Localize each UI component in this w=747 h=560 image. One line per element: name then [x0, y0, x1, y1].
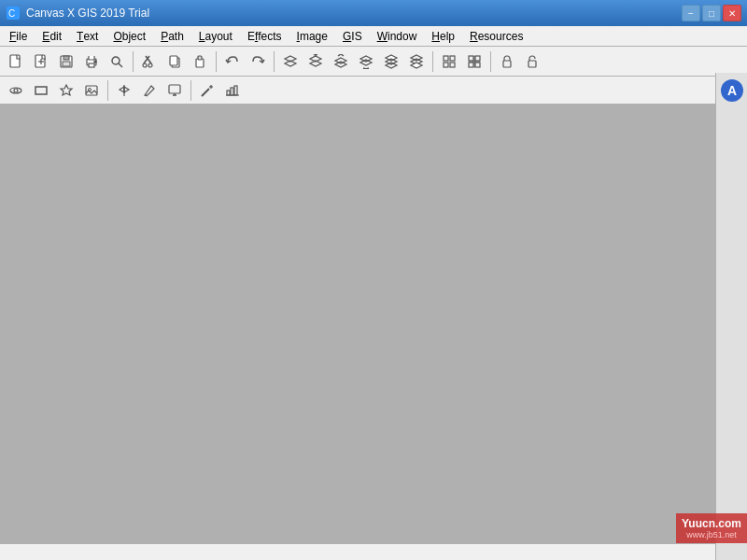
svg-marker-57	[124, 87, 129, 92]
svg-marker-34	[411, 55, 422, 61]
layers-button5[interactable]	[379, 49, 403, 74]
svg-marker-56	[120, 87, 124, 92]
alludo-logo: A	[720, 78, 744, 103]
print-button[interactable]	[79, 49, 104, 74]
rectangle-button[interactable]	[29, 78, 53, 103]
menu-effects[interactable]: Effects	[240, 26, 289, 46]
redo-button[interactable]	[246, 49, 270, 74]
sep5	[490, 51, 491, 72]
minimize-button[interactable]: −	[682, 5, 700, 21]
toolbar-main	[0, 47, 747, 77]
paste-button[interactable]	[188, 49, 212, 74]
svg-rect-40	[450, 63, 455, 67]
menu-path[interactable]: Path	[153, 26, 191, 46]
svg-rect-22	[198, 56, 202, 60]
title-bar: C Canvas X GIS 2019 Trial − □ ✕	[0, 0, 747, 26]
svg-rect-67	[234, 86, 237, 95]
sep7	[190, 80, 191, 101]
lock-button[interactable]	[495, 49, 519, 74]
maximize-button[interactable]: □	[702, 5, 721, 21]
svg-marker-36	[411, 63, 422, 68]
svg-text:C: C	[8, 8, 15, 19]
menu-file[interactable]: File	[2, 26, 35, 46]
app-icon: C	[6, 6, 21, 21]
copy-button[interactable]	[162, 49, 187, 74]
svg-marker-33	[386, 63, 397, 68]
svg-point-13	[112, 57, 120, 64]
grid-button1[interactable]	[437, 49, 461, 74]
svg-rect-41	[469, 56, 473, 61]
svg-rect-20	[170, 56, 177, 65]
search-button[interactable]	[105, 49, 129, 74]
image-button[interactable]	[79, 78, 104, 103]
save-button[interactable]	[54, 49, 78, 74]
svg-marker-27	[335, 58, 346, 63]
svg-marker-29	[360, 56, 372, 62]
svg-point-17	[143, 63, 147, 67]
svg-rect-42	[475, 56, 480, 61]
layers-button3[interactable]	[329, 49, 353, 74]
new2-button[interactable]	[29, 49, 53, 74]
svg-rect-10	[89, 63, 94, 67]
svg-rect-47	[503, 61, 511, 67]
sep6	[107, 80, 108, 101]
menu-window[interactable]: Window	[370, 26, 425, 46]
menu-edit[interactable]: Edit	[35, 26, 69, 46]
menu-text[interactable]: Text	[69, 26, 106, 46]
monitor-button[interactable]	[162, 78, 187, 103]
layers-button2[interactable]	[303, 49, 328, 74]
menu-help[interactable]: Help	[424, 26, 462, 46]
wand-button[interactable]	[195, 78, 219, 103]
right-panel: A	[715, 73, 747, 560]
svg-rect-51	[35, 87, 47, 94]
menu-gis[interactable]: GIS	[335, 26, 370, 46]
svg-rect-44	[475, 63, 480, 67]
canvas-area[interactable]	[0, 105, 747, 543]
menu-object[interactable]: Object	[106, 26, 153, 46]
layers-button6[interactable]	[404, 49, 429, 74]
cut-button[interactable]	[137, 49, 162, 74]
svg-marker-52	[61, 85, 72, 95]
new-button[interactable]	[4, 49, 28, 74]
sep2	[216, 51, 217, 72]
grid-button2[interactable]	[462, 49, 486, 74]
menu-image[interactable]: Image	[289, 26, 335, 46]
svg-line-14	[119, 63, 122, 67]
svg-rect-39	[444, 63, 448, 67]
menu-bar: File Edit Text Object Path Layout Effect…	[0, 26, 747, 47]
svg-rect-59	[169, 85, 180, 93]
svg-rect-66	[231, 88, 233, 95]
toolbar-secondary	[0, 77, 747, 105]
svg-marker-30	[360, 60, 372, 65]
sep1	[133, 51, 134, 72]
svg-point-50	[14, 89, 18, 92]
svg-marker-28	[335, 62, 346, 67]
svg-rect-65	[227, 91, 230, 95]
layers-button1[interactable]	[278, 49, 303, 74]
unlock-button[interactable]	[520, 49, 544, 74]
svg-marker-31	[386, 55, 397, 61]
star-button[interactable]	[54, 78, 78, 103]
menu-resources[interactable]: Resources	[462, 26, 530, 46]
menu-layout[interactable]: Layout	[191, 26, 240, 46]
svg-text:A: A	[726, 83, 736, 98]
flip-button[interactable]	[112, 78, 136, 103]
sep4	[432, 51, 433, 72]
layers-button4[interactable]	[354, 49, 378, 74]
svg-line-62	[202, 89, 209, 96]
title-buttons: − □ ✕	[682, 5, 741, 21]
svg-point-12	[94, 61, 96, 63]
close-button[interactable]: ✕	[723, 5, 741, 21]
title-text: Canvas X GIS 2019 Trial	[26, 7, 682, 20]
svg-rect-37	[444, 56, 448, 61]
undo-button[interactable]	[220, 49, 245, 74]
sep3	[274, 51, 275, 72]
svg-rect-48	[529, 61, 536, 67]
pencil-button[interactable]	[137, 78, 162, 103]
status-text	[6, 547, 8, 558]
svg-rect-8	[63, 62, 70, 66]
view-button[interactable]	[4, 78, 28, 103]
chart-button[interactable]	[220, 78, 245, 103]
svg-point-18	[148, 63, 152, 67]
svg-rect-38	[450, 56, 455, 61]
